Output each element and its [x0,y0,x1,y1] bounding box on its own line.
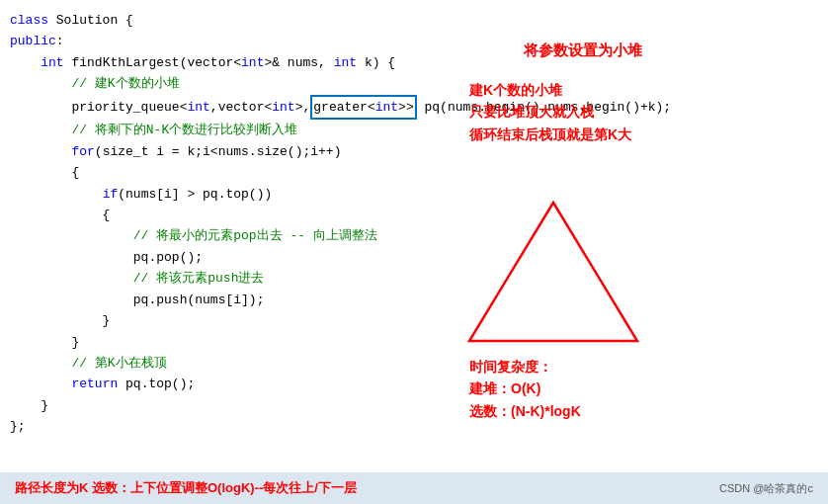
code-line-20: }; [10,416,484,437]
code-line-12: pq.pop(); [10,247,484,268]
annotation-heap-line2: 只要比堆顶大就入栈 [469,101,631,123]
code-line-13: // 将该元素push进去 [10,268,484,289]
svg-marker-0 [469,203,637,341]
code-line-8: { [10,162,484,183]
annotation-heap-line3: 循环结束后栈顶就是第K大 [469,124,631,145]
bottom-text: 路径长度为K 选数：上下位置调整O(logK)--每次往上/下一层 [15,479,357,497]
annotation-param: 将参数设置为小堆 [524,42,642,60]
code-line-16: } [10,332,484,353]
triangle-diagram [455,193,652,351]
code-line-17: // 第K小在栈顶 [10,353,484,374]
code-line-18: return pq.top(); [10,374,484,394]
annotation-complexity-title: 时间复杂度： [469,356,581,378]
code-line-15: } [10,310,484,331]
annotation-complexity: 时间复杂度： 建堆：O(K) 选数：(N-K)*logK [469,356,581,422]
bottom-credit: CSDN @哈茶真的c [719,481,813,496]
code-line-2: public: [10,31,484,51]
annotation-heap-line1: 建K个数的小堆 [469,79,631,101]
code-line-1: class Solution { [10,10,484,31]
annotation-complexity-build: 建堆：O(K) [469,378,581,399]
code-line-19: } [10,395,484,416]
code-line-6: // 将剩下的N-K个数进行比较判断入堆 [10,120,484,140]
code-area: class Solution { public: int findKthLarg… [0,0,494,504]
bottom-bar: 路径长度为K 选数：上下位置调整O(logK)--每次往上/下一层 CSDN @… [0,472,828,504]
code-line-7: for(size_t i = k;i<nums.size();i++) [10,141,484,162]
code-line-9: if(nums[i] > pq.top()) [10,184,484,205]
code-line-14: pq.push(nums[i]); [10,290,484,310]
code-line-5: priority_queue<int,vector<int>,greater<i… [10,95,484,120]
code-line-10: { [10,205,484,225]
annotation-complexity-select: 选数：(N-K)*logK [469,400,581,422]
code-line-11: // 将最小的元素pop出去 -- 向上调整法 [10,225,484,246]
code-line-3: int findKthLargest(vector<int>& nums, in… [10,52,484,73]
annotation-heap: 建K个数的小堆 只要比堆顶大就入栈 循环结束后栈顶就是第K大 [469,79,631,145]
code-line-4: // 建K个数的小堆 [10,73,484,94]
